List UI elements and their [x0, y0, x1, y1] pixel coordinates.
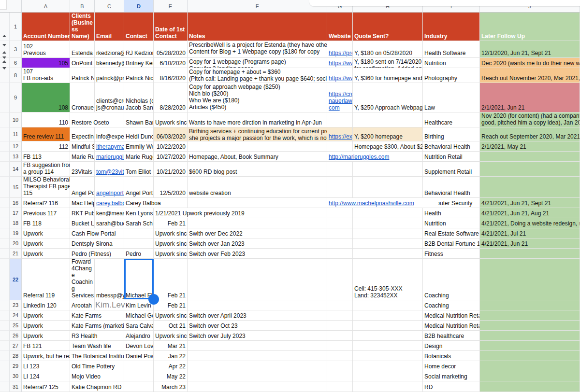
cell-C15[interactable]: angelnporter	[95, 177, 124, 198]
cell-I24[interactable]: Medical Nutrition Retail	[423, 310, 480, 321]
cell-J14[interactable]	[480, 162, 580, 177]
cell-G28[interactable]	[327, 351, 353, 361]
cell-F21[interactable]: Switch over Feb 2023	[188, 249, 327, 259]
cell-A3[interactable]: 102 Previous	[22, 41, 70, 58]
cell-C12[interactable]: itherapymail.	[95, 141, 124, 152]
cell-J22[interactable]	[480, 259, 580, 300]
cell-G21[interactable]	[327, 249, 353, 259]
cell-H6[interactable]: Y, $180 sent on 7/14/2020 for confirmati…	[353, 58, 423, 68]
row-header-9[interactable]: 9	[10, 83, 22, 112]
cell-D12[interactable]: Emmily Wel	[124, 141, 154, 152]
cell-G14[interactable]	[327, 162, 353, 177]
cell-G15[interactable]	[327, 177, 353, 198]
cell-I28[interactable]: Botanicals	[423, 351, 480, 361]
cell-A25[interactable]: Upwork	[22, 321, 70, 331]
cell-G18[interactable]	[327, 218, 353, 228]
cell-G10[interactable]	[327, 112, 353, 127]
row-group-toggle-up-icon[interactable]	[2, 51, 6, 54]
cell-H23[interactable]	[353, 300, 423, 310]
cell-B16[interactable]: Mac Help	[70, 198, 95, 208]
cell-H21[interactable]	[353, 249, 423, 259]
cell-C13[interactable]: marieruggles	[95, 152, 124, 162]
cell-B10[interactable]: Restore Oseto	[70, 112, 124, 127]
col-header-C[interactable]: C	[95, 0, 124, 13]
cell-C1[interactable]: Email	[95, 13, 124, 41]
cell-I27[interactable]: Design	[423, 341, 480, 351]
cell-I9[interactable]: Law	[423, 83, 480, 112]
cell-B22[interactable]: Foward 4Chang e Coachin g Services	[70, 259, 95, 300]
cell-E3[interactable]: 05/28/2020	[154, 41, 188, 58]
cell-H26[interactable]	[353, 331, 423, 341]
col-header-A[interactable]: A	[22, 0, 70, 13]
cell-E13[interactable]: 10/27/2020	[154, 152, 188, 162]
cell-A20[interactable]: Upwork	[22, 238, 70, 249]
row-header-24[interactable]: 24	[10, 310, 22, 321]
cell-I21[interactable]: Fitness	[423, 249, 480, 259]
cell-I11[interactable]: Birthing	[423, 127, 480, 141]
cell-H27[interactable]	[353, 341, 423, 351]
cell-E22[interactable]: Feb 21	[154, 259, 188, 300]
cell-C17[interactable]: ken@measur	[95, 208, 124, 218]
cell-C11[interactable]: info@expect	[95, 127, 124, 141]
cell-D26[interactable]: Alejandro	[124, 331, 154, 341]
cell-E23[interactable]: Feb 21	[154, 300, 188, 310]
cell-F3[interactable]: PrescribeWell is a project for Estenda (…	[188, 41, 327, 58]
cell-F29[interactable]	[188, 361, 327, 371]
cell-A17[interactable]: Previous 117	[22, 208, 70, 218]
cell-H9[interactable]: Y, $250 Approach Webpage	[353, 83, 423, 112]
cell-G11[interactable]: https://expe	[327, 127, 353, 141]
cell-B18[interactable]: Bucket Li	[70, 218, 95, 228]
cell-I26[interactable]: B2B healthcare	[423, 331, 480, 341]
cell-I23[interactable]: Coaching	[423, 300, 480, 310]
cell-H12[interactable]: Homepage $300, About $250	[353, 141, 423, 152]
cell-F1[interactable]: Notes	[188, 13, 327, 41]
row-header-25[interactable]: 25	[10, 321, 22, 331]
cell-B8[interactable]: Patrick N	[70, 68, 95, 83]
cell-G22[interactable]	[327, 259, 353, 300]
cell-H28[interactable]	[353, 351, 423, 361]
row-header-20[interactable]: 20	[10, 238, 22, 249]
cell-E26[interactable]: Upwork since	[154, 331, 188, 341]
cell-E19[interactable]: Upwork since	[154, 228, 188, 238]
row-group-toggle-down-icon[interactable]	[2, 56, 6, 59]
cell-B1[interactable]: Clients (Busine ss Name)	[70, 13, 95, 41]
cell-F11[interactable]: Birthing services + continuing education…	[188, 127, 327, 141]
cell-B3[interactable]: Estenda	[70, 41, 95, 58]
cell-F15[interactable]: website creation	[188, 177, 327, 198]
cell-B28[interactable]: The Botanical Institute	[70, 351, 124, 361]
cell-I18[interactable]: Nutrition	[423, 218, 480, 228]
cell-J31[interactable]	[480, 381, 580, 392]
cell-F10[interactable]: Wants to have more dirction in marketing…	[188, 112, 327, 127]
cell-J28[interactable]	[480, 351, 580, 361]
cell-E8[interactable]: 8/16/2020	[154, 68, 188, 83]
cell-F6[interactable]: Copy for 1 webpage (Programs page) Copy …	[188, 58, 327, 68]
cell-I29[interactable]: Home decor	[423, 361, 480, 371]
cell-J19[interactable]: 4/21/2021, Jul 21	[480, 228, 580, 238]
cell-J3[interactable]: 12/1/2020, Jun 21, Sept 21	[480, 41, 580, 58]
cell-F12[interactable]	[188, 141, 327, 152]
cell-E21[interactable]: Upwork since	[154, 249, 188, 259]
cell-J13[interactable]	[480, 152, 580, 162]
row-header-11[interactable]: 11	[10, 127, 22, 141]
cell-D28[interactable]: Daniel Powe	[124, 351, 154, 361]
cell-D10[interactable]: Shawn Barr	[124, 112, 154, 127]
cell-B26[interactable]: R3 Health	[70, 331, 124, 341]
cell-F18[interactable]	[188, 218, 327, 228]
cell-C9[interactable]: clients@cron js@cronauer	[95, 83, 124, 112]
cell-E10[interactable]: Upwork since	[154, 112, 188, 127]
cell-D1[interactable]: Contact	[124, 13, 154, 41]
row-header-26[interactable]: 26	[10, 331, 22, 341]
cell-D25[interactable]: Sara Calvar	[124, 321, 154, 331]
cell-B17[interactable]: RKT Pub	[70, 208, 95, 218]
cell-B21[interactable]: Pedro (Fitness)	[70, 249, 124, 259]
cell-F16[interactable]	[188, 198, 327, 208]
cell-G17[interactable]	[327, 208, 353, 218]
cell-C6[interactable]: bkennedy@c	[95, 58, 124, 68]
col-header-F[interactable]: F	[188, 0, 327, 13]
cell-E25[interactable]: Oct 21	[154, 321, 188, 331]
cell-H19[interactable]	[353, 228, 423, 238]
cell-A16[interactable]: Referral? 116	[22, 198, 70, 208]
cell-A14[interactable]: FB suggestion from a group 114	[22, 162, 70, 177]
cell-J23[interactable]	[480, 300, 580, 310]
row-header-22[interactable]: 22	[10, 259, 22, 300]
